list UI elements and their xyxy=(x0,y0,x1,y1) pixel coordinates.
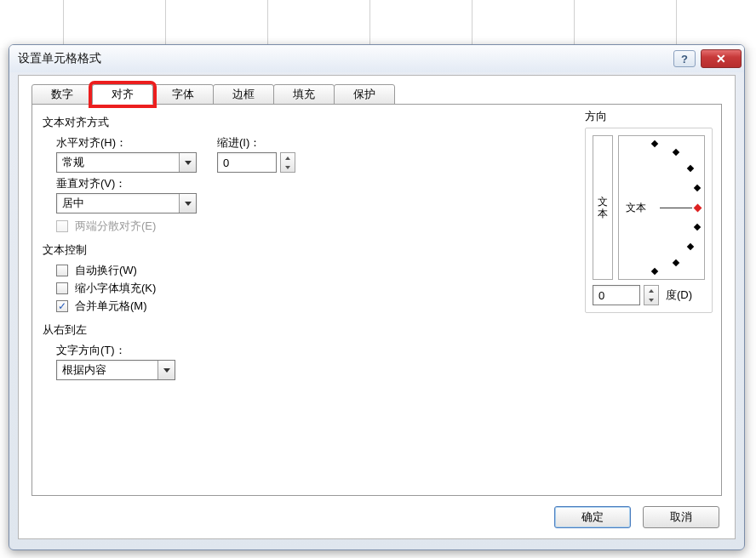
chevron-up-icon[interactable] xyxy=(644,286,658,295)
h-align-select[interactable] xyxy=(56,152,197,173)
orientation-panel: 方向 文本 文本 xyxy=(585,109,713,313)
orientation-dial[interactable]: 文本 xyxy=(618,135,705,280)
degrees-stepper[interactable] xyxy=(644,285,659,305)
shrink-checkbox[interactable] xyxy=(56,282,68,294)
orientation-current-dot xyxy=(694,204,702,213)
chevron-down-icon[interactable] xyxy=(179,194,196,213)
degrees-label: 度(D) xyxy=(666,288,692,303)
merge-checkbox[interactable] xyxy=(56,300,68,312)
alignment-page: 文本对齐方式 水平对齐(H)： 缩进(I)： 0 xyxy=(32,104,722,496)
chevron-down-icon[interactable] xyxy=(179,153,196,172)
h-align-label: 水平对齐(H)： xyxy=(56,135,197,151)
rtl-section: 从右到左 xyxy=(43,322,711,338)
v-align-input[interactable] xyxy=(56,193,197,214)
distributed-label: 两端分散对齐(E) xyxy=(75,219,156,234)
indent-label: 缩进(I)： xyxy=(217,135,295,151)
merge-label: 合并单元格(M) xyxy=(75,299,147,314)
ok-button[interactable]: 确定 xyxy=(554,506,631,528)
text-direction-label: 文字方向(T)： xyxy=(56,343,711,358)
orientation-section: 方向 xyxy=(585,109,713,124)
chevron-down-icon[interactable] xyxy=(281,162,295,172)
help-button[interactable]: ? xyxy=(673,50,696,67)
dialog-titlebar[interactable]: 设置单元格格式 ? ✕ xyxy=(9,45,744,72)
shrink-label: 缩小字体填充(K) xyxy=(75,281,156,296)
orientation-text-label: 文本 xyxy=(626,201,646,215)
orientation-needle xyxy=(660,208,692,208)
chevron-up-icon[interactable] xyxy=(281,153,295,162)
format-cells-dialog: 设置单元格格式 ? ✕ 数字 对齐 字体 边框 填充 保护 文本对齐方式 水平对… xyxy=(9,44,745,550)
v-align-select[interactable] xyxy=(56,193,197,214)
close-button[interactable]: ✕ xyxy=(701,49,742,68)
tab-strip: 数字 对齐 字体 边框 填充 保护 xyxy=(32,84,394,105)
tab-alignment[interactable]: 对齐 xyxy=(92,84,153,105)
text-direction-select[interactable] xyxy=(56,360,175,380)
h-align-input[interactable] xyxy=(56,152,197,173)
vertical-text-label: 文本 xyxy=(598,196,608,220)
wrap-label: 自动换行(W) xyxy=(75,263,137,278)
tab-border[interactable]: 边框 xyxy=(213,84,274,105)
dialog-title: 设置单元格格式 xyxy=(18,51,101,66)
wrap-checkbox[interactable] xyxy=(56,265,68,276)
cancel-button[interactable]: 取消 xyxy=(643,506,719,528)
indent-input[interactable]: 0 xyxy=(217,152,277,173)
chevron-down-icon[interactable] xyxy=(644,295,658,305)
vertical-text-button[interactable]: 文本 xyxy=(593,135,613,280)
tab-font[interactable]: 字体 xyxy=(152,84,214,105)
degrees-input[interactable]: 0 xyxy=(593,285,640,305)
chevron-down-icon[interactable] xyxy=(158,361,175,379)
close-icon: ✕ xyxy=(716,52,726,65)
dialog-body: 数字 对齐 字体 边框 填充 保护 文本对齐方式 水平对齐(H)： 缩进(I)： xyxy=(18,75,736,539)
tab-number[interactable]: 数字 xyxy=(32,84,93,105)
tab-protect[interactable]: 保护 xyxy=(334,84,395,105)
tab-fill[interactable]: 填充 xyxy=(273,84,335,105)
distributed-checkbox xyxy=(56,220,68,232)
spreadsheet-background xyxy=(0,0,756,48)
indent-stepper[interactable] xyxy=(280,152,295,173)
